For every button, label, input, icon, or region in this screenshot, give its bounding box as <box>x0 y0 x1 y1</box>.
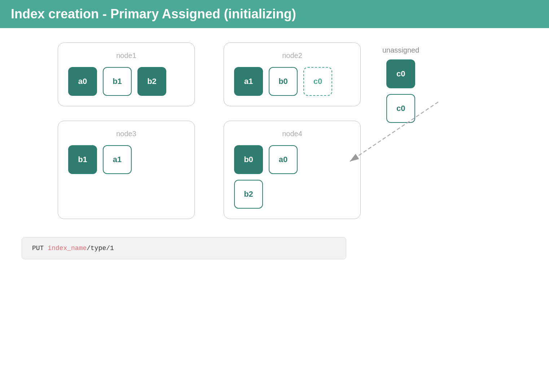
unassigned-c0-primary: c0 <box>386 59 415 88</box>
header: Index creation - Primary Assigned (initi… <box>0 0 549 28</box>
code-prefix: PUT <box>32 245 48 252</box>
unassigned-c0-replica: c0 <box>386 94 415 123</box>
diagram-area: node1 a0 b1 b2 node2 a1 b0 c0 node3 <box>22 43 527 219</box>
shard-a1-primary: a1 <box>234 67 263 96</box>
node1-label: node1 <box>68 52 184 60</box>
code-param: index_name <box>48 245 87 252</box>
unassigned-label: unassigned <box>382 46 419 54</box>
shard-a1-replica: a1 <box>103 145 132 174</box>
node1-shards: a0 b1 b2 <box>68 67 184 96</box>
node3-shards: b1 a1 <box>68 145 184 174</box>
unassigned-shards: c0 c0 <box>386 59 415 123</box>
node2-shards: a1 b0 c0 <box>234 67 350 96</box>
shard-b2-primary: b2 <box>137 67 166 96</box>
unassigned-area: unassigned c0 c0 <box>382 46 419 219</box>
main-content: node1 a0 b1 b2 node2 a1 b0 c0 node3 <box>0 28 549 274</box>
node3-box: node3 b1 a1 <box>58 121 195 219</box>
code-block: PUT index_name/type/1 <box>22 237 346 259</box>
nodes-grid: node1 a0 b1 b2 node2 a1 b0 c0 node3 <box>58 43 361 219</box>
node3-label: node3 <box>68 130 184 138</box>
shard-b2-replica: b2 <box>234 180 263 209</box>
shard-a0-replica: a0 <box>269 145 298 174</box>
node4-label: node4 <box>234 130 350 138</box>
code-suffix: /type/1 <box>87 245 114 252</box>
page-title: Index creation - Primary Assigned (initi… <box>11 6 538 22</box>
node2-box: node2 a1 b0 c0 <box>224 43 361 106</box>
node4-box: node4 b0 a0 b2 <box>224 121 361 219</box>
shard-a0-primary: a0 <box>68 67 97 96</box>
shard-b1-replica: b1 <box>103 67 132 96</box>
node4-shards: b0 a0 b2 <box>234 145 350 209</box>
shard-b0-replica: b0 <box>269 67 298 96</box>
node2-label: node2 <box>234 52 350 60</box>
shard-c0-dashed: c0 <box>303 67 332 96</box>
node1-box: node1 a0 b1 b2 <box>58 43 195 106</box>
shard-b0-primary: b0 <box>234 145 263 174</box>
shard-b1-primary: b1 <box>68 145 97 174</box>
